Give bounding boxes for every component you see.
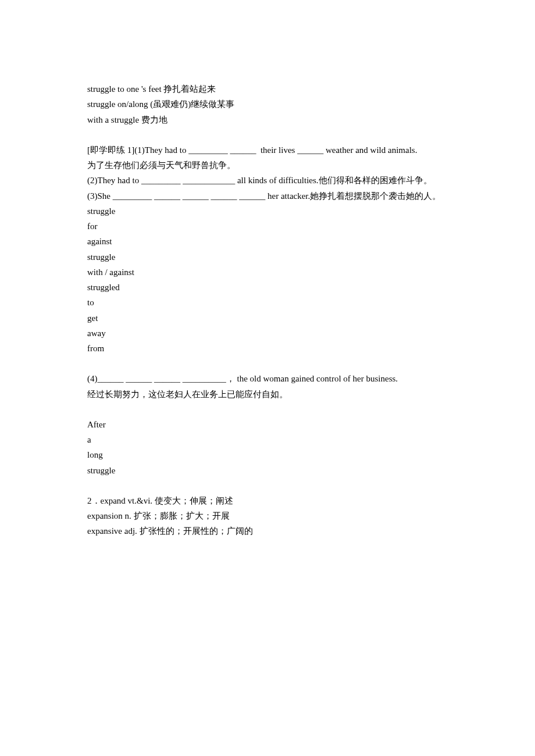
answer-block: After a long struggle — [87, 417, 448, 478]
text-line: struggle to one 's feet 挣扎着站起来 — [87, 81, 448, 97]
answer-line: long — [87, 447, 448, 462]
answer-line: with / against — [87, 265, 448, 280]
text-line: 2．expand vt.&vi. 使变大；伸展；阐述 — [87, 493, 448, 508]
answer-line: from — [87, 341, 448, 356]
answer-line: to — [87, 295, 448, 310]
document-page: struggle to one 's feet 挣扎着站起来 struggle … — [0, 0, 535, 589]
translation-line: 为了生存他们必须与天气和野兽抗争。 — [87, 158, 448, 173]
text-line: expansive adj. 扩张性的；开展性的；广阔的 — [87, 523, 448, 539]
answer-line: struggle — [87, 249, 448, 265]
answer-line: struggle — [87, 204, 448, 219]
question-line: (2)They had to _________ ____________ al… — [87, 173, 448, 188]
text-line: struggle on/along (虽艰难仍)继续做某事 — [87, 97, 448, 112]
answer-line: After — [87, 417, 448, 432]
answer-line: against — [87, 234, 448, 249]
answer-line: struggled — [87, 280, 448, 295]
question-line: (3)She _________ ______ ______ ______ __… — [87, 188, 448, 204]
question-line: (4)______ ______ ______ __________， the … — [87, 371, 448, 386]
answer-line: struggle — [87, 463, 448, 478]
answer-line: away — [87, 326, 448, 341]
translation-line: 经过长期努力，这位老妇人在业务上已能应付自如。 — [87, 387, 448, 402]
answer-line: a — [87, 432, 448, 447]
text-line: expansion n. 扩张；膨胀；扩大；开展 — [87, 508, 448, 523]
answer-line: for — [87, 219, 448, 234]
text-line: with a struggle 费力地 — [87, 112, 448, 127]
vocab-block-struggle-phrases: struggle to one 's feet 挣扎着站起来 struggle … — [87, 81, 448, 127]
practice-block-1: [即学即练 1](1)They had to _________ ______ … — [87, 142, 448, 356]
vocab-block-expand: 2．expand vt.&vi. 使变大；伸展；阐述 expansion n. … — [87, 493, 448, 539]
practice-block-2: (4)______ ______ ______ __________， the … — [87, 371, 448, 402]
question-line: [即学即练 1](1)They had to _________ ______ … — [87, 142, 448, 158]
answer-line: get — [87, 311, 448, 326]
